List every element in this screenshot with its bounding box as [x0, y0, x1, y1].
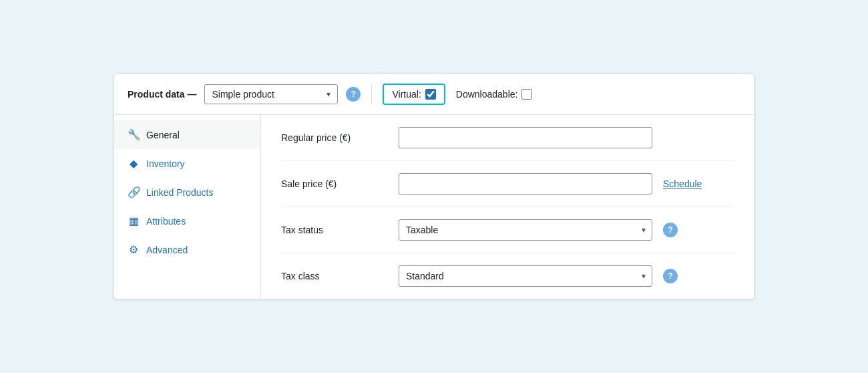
header-divider [371, 85, 372, 104]
sidebar-item-attributes[interactable]: ▦ Attributes [114, 207, 260, 235]
tax-class-label: Tax class [281, 271, 388, 281]
tax-class-select[interactable]: Standard Reduced rate Zero rate [399, 265, 652, 287]
virtual-label: Virtual: [392, 89, 421, 100]
schedule-link[interactable]: Schedule [663, 178, 702, 189]
product-type-select[interactable]: Simple product ▾ [204, 84, 338, 104]
tax-status-help-icon[interactable]: ? [663, 223, 678, 237]
card-body: 🔧 General ◆ Inventory 🔗 Linked Products … [114, 115, 754, 299]
product-type-help-icon[interactable]: ? [346, 87, 361, 102]
link-icon: 🔗 [128, 186, 140, 199]
sidebar-item-general[interactable]: 🔧 General [114, 120, 260, 149]
tax-status-select-wrapper: Taxable Shipping only None ▾ [399, 219, 652, 241]
sidebar-label-linked-products: Linked Products [146, 187, 213, 198]
sidebar-label-advanced: Advanced [146, 245, 188, 255]
diamond-icon: ◆ [128, 157, 140, 170]
tax-status-label: Tax status [281, 225, 388, 235]
downloadable-box: Downloadable: [453, 85, 535, 104]
regular-price-row: Regular price (€) [281, 115, 734, 161]
sidebar-label-inventory: Inventory [146, 158, 185, 169]
tax-class-help-icon[interactable]: ? [663, 269, 678, 283]
card-header: Product data — Simple product ▾ ? Virtua… [114, 74, 754, 115]
sidebar-label-general: General [146, 130, 180, 140]
tax-status-select[interactable]: Taxable Shipping only None [399, 219, 652, 241]
tax-class-select-wrapper: Standard Reduced rate Zero rate ▾ [399, 265, 652, 287]
main-content: Regular price (€) Sale price (€) Schedul… [261, 115, 754, 299]
sidebar: 🔧 General ◆ Inventory 🔗 Linked Products … [114, 115, 261, 299]
table-icon: ▦ [128, 215, 140, 227]
gear-icon: ⚙ [128, 243, 140, 256]
virtual-box: Virtual: [383, 84, 445, 105]
sidebar-item-advanced[interactable]: ⚙ Advanced [114, 235, 260, 264]
product-type-chevron-icon: ▾ [327, 90, 331, 99]
downloadable-checkbox[interactable] [521, 89, 532, 100]
regular-price-label: Regular price (€) [281, 132, 388, 143]
product-data-label: Product data — [128, 89, 196, 100]
sidebar-item-inventory[interactable]: ◆ Inventory [114, 149, 260, 178]
sidebar-label-attributes: Attributes [146, 216, 186, 227]
sidebar-item-linked-products[interactable]: 🔗 Linked Products [114, 178, 260, 207]
regular-price-input[interactable] [399, 127, 652, 148]
product-data-card: Product data — Simple product ▾ ? Virtua… [114, 74, 754, 299]
sale-price-input[interactable] [399, 173, 652, 195]
tax-class-row: Tax class Standard Reduced rate Zero rat… [281, 253, 734, 299]
sale-price-row: Sale price (€) Schedule [281, 161, 734, 207]
tax-status-row: Tax status Taxable Shipping only None ▾ … [281, 207, 734, 253]
wrench-icon: 🔧 [128, 128, 140, 141]
product-type-value: Simple product [212, 89, 274, 100]
sale-price-label: Sale price (€) [281, 178, 388, 189]
virtual-checkbox[interactable] [425, 89, 436, 100]
downloadable-label: Downloadable: [456, 89, 518, 100]
